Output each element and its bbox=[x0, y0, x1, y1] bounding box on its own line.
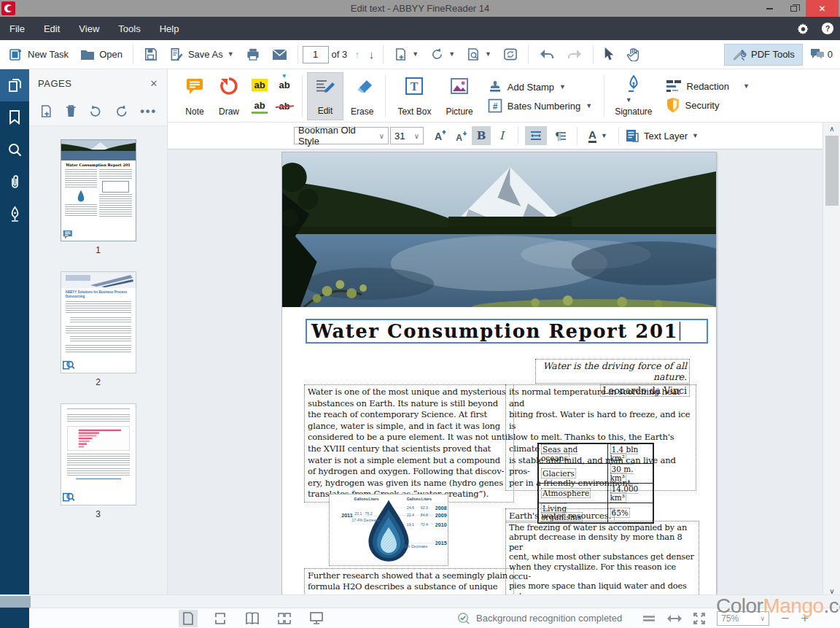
bold-button[interactable]: B bbox=[472, 126, 491, 145]
add-pages-button[interactable]: ▼ bbox=[388, 43, 424, 66]
comments-button[interactable]: 0 bbox=[803, 48, 840, 61]
paragraph-left-1[interactable]: Water is one of the most unique and myst… bbox=[304, 384, 514, 503]
rotate-right-button[interactable] bbox=[114, 104, 129, 119]
more-actions-button[interactable]: ••• bbox=[140, 105, 157, 118]
fit-page-icon[interactable] bbox=[693, 613, 705, 624]
previous-page-button[interactable]: ↑ bbox=[350, 48, 365, 61]
rail-digital-signature-tab[interactable] bbox=[0, 198, 29, 230]
minimize-icon bbox=[766, 8, 773, 9]
svg-text:2009: 2009 bbox=[435, 513, 447, 519]
title-edit-box[interactable]: Water Consumption Report 201 bbox=[306, 319, 708, 344]
font-size-select[interactable]: 31∨ bbox=[390, 127, 424, 144]
bates-numbering-button[interactable]: # Bates Numbering ▼ bbox=[488, 98, 592, 113]
paragraph-settings-button[interactable]: ¶ bbox=[548, 126, 570, 145]
save-as-dropdown[interactable]: ▼ bbox=[228, 51, 234, 58]
thumb1-page-number: 1 bbox=[96, 245, 101, 255]
save-as-button[interactable]: Save As ▼ bbox=[163, 43, 240, 66]
signature-button[interactable]: ▼ Signature bbox=[609, 72, 658, 120]
signature-pen-icon bbox=[626, 75, 642, 94]
rail-attachments-tab[interactable] bbox=[0, 166, 29, 198]
edit-button[interactable]: Edit bbox=[307, 72, 343, 120]
print-button[interactable] bbox=[240, 43, 266, 66]
save-button[interactable] bbox=[138, 43, 163, 66]
horizontal-scroll-thumb[interactable] bbox=[0, 596, 31, 608]
view-facing-button[interactable] bbox=[243, 610, 262, 627]
comments-count: 0 bbox=[828, 49, 833, 60]
rail-pages-tab[interactable] bbox=[0, 69, 29, 101]
redaction-button[interactable]: Redaction ▼ bbox=[666, 80, 750, 93]
note-button[interactable]: Note bbox=[178, 72, 211, 120]
rotate-left-button[interactable] bbox=[88, 104, 103, 119]
new-task-button[interactable]: New Task bbox=[3, 43, 74, 66]
menu-tools[interactable]: Tools bbox=[109, 17, 149, 40]
page-thumbnail-3[interactable]: 3 bbox=[29, 403, 167, 519]
minimize-button[interactable] bbox=[758, 0, 782, 17]
svg-text:25% Decrease: 25% Decrease bbox=[402, 544, 427, 548]
page-thumbnail-1[interactable]: Water Consumption Report 201 bbox=[29, 139, 167, 255]
redo-button[interactable] bbox=[561, 43, 588, 66]
strikethrough-button[interactable]: ab bbox=[276, 100, 292, 112]
highlight-button[interactable]: ab bbox=[252, 79, 267, 91]
security-button[interactable]: Security bbox=[666, 97, 750, 113]
paragraph-right-2[interactable]: The freezing of water is accompanied by … bbox=[505, 521, 699, 597]
menu-edit[interactable]: Edit bbox=[34, 17, 69, 40]
svg-text:22.4: 22.4 bbox=[407, 513, 414, 517]
fit-width-icon[interactable] bbox=[667, 614, 682, 623]
text-box-button[interactable]: T Text Box bbox=[390, 72, 438, 120]
help-button[interactable]: ? bbox=[815, 17, 840, 40]
hand-tool-button[interactable] bbox=[621, 43, 646, 66]
underline-button[interactable]: ab bbox=[252, 99, 267, 114]
rotate-pages-button[interactable]: ▼ bbox=[424, 43, 461, 66]
page-preview-button[interactable]: ▼ bbox=[461, 43, 497, 66]
pdf-tools-icon bbox=[732, 48, 747, 61]
pdf-tools-button[interactable]: PDF Tools bbox=[724, 44, 803, 66]
page-number-input[interactable] bbox=[303, 46, 329, 63]
add-stamp-button[interactable]: Add Stamp ▼ bbox=[488, 80, 592, 94]
menu-bar: File Edit View Tools Help ? bbox=[0, 17, 840, 40]
draw-button[interactable]: Draw bbox=[211, 72, 246, 120]
view-facing-continuous-button[interactable] bbox=[275, 610, 294, 627]
rail-search-tab[interactable] bbox=[0, 133, 29, 166]
maximize-button[interactable] bbox=[782, 0, 806, 17]
water-drop-infographic[interactable]: Gallons Liters Gallons Liters 24.6 92.3 … bbox=[329, 494, 448, 566]
picture-button[interactable]: Picture bbox=[438, 72, 480, 120]
thumbnails-list[interactable]: Water Consumption Report 201 bbox=[29, 126, 167, 597]
sync-view-button[interactable] bbox=[497, 43, 524, 66]
pages-panel-close-button[interactable]: ✕ bbox=[150, 78, 158, 89]
vertical-scrollbar[interactable]: ∧ ∨ bbox=[822, 123, 840, 597]
select-tool-button[interactable] bbox=[598, 43, 621, 66]
delete-page-button[interactable] bbox=[65, 104, 77, 118]
next-page-button[interactable]: ↓ bbox=[365, 48, 379, 61]
add-page-button[interactable] bbox=[39, 104, 53, 118]
menu-help[interactable]: Help bbox=[150, 17, 189, 40]
view-continuous-button[interactable] bbox=[211, 610, 230, 627]
open-button[interactable]: Open bbox=[74, 43, 128, 66]
horizontal-scrollbar[interactable] bbox=[0, 594, 840, 608]
page-thumbnail-2[interactable]: ABBYY Solutions for Business Process Out… bbox=[29, 271, 167, 387]
increase-font-button[interactable]: A bbox=[431, 126, 450, 145]
font-family-select[interactable]: Bookman Old Style∨ bbox=[294, 127, 389, 144]
svg-text:2015: 2015 bbox=[435, 540, 447, 546]
email-button[interactable] bbox=[266, 43, 293, 66]
insert-text-button[interactable]: ab bbox=[276, 79, 292, 91]
undo-button[interactable] bbox=[533, 43, 561, 66]
font-down-icon: A bbox=[455, 131, 467, 142]
menu-view[interactable]: View bbox=[69, 17, 109, 40]
view-fullscreen-button[interactable] bbox=[307, 610, 326, 627]
settings-button[interactable] bbox=[790, 17, 815, 40]
italic-button[interactable]: I bbox=[492, 126, 511, 145]
rail-bookmarks-tab[interactable] bbox=[0, 101, 29, 133]
close-button[interactable]: ✕ bbox=[806, 0, 839, 17]
vertical-scroll-thumb[interactable] bbox=[825, 136, 839, 206]
view-single-page-button[interactable] bbox=[179, 610, 198, 627]
scroll-up-button[interactable]: ∧ bbox=[823, 123, 840, 134]
erase-button[interactable]: Erase bbox=[343, 72, 381, 120]
decrease-font-button[interactable]: A bbox=[451, 126, 470, 145]
line-spacing-button[interactable] bbox=[525, 126, 547, 145]
font-color-button[interactable]: A ▼ bbox=[584, 126, 612, 145]
menu-file[interactable]: File bbox=[0, 17, 34, 40]
fit-height-icon[interactable] bbox=[642, 614, 656, 623]
text-layer-button[interactable]: Text Layer ▼ bbox=[625, 128, 699, 143]
paragraph-left-2[interactable]: Further research showed that a seemingly… bbox=[304, 568, 514, 597]
document-view[interactable]: Water Consumption Report 201 Water is th… bbox=[168, 150, 822, 597]
